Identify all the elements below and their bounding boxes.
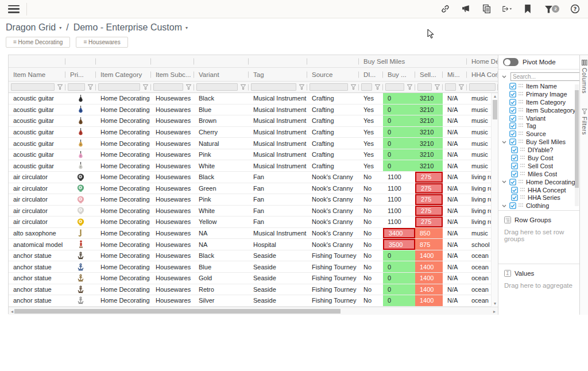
drag-grip-icon[interactable] bbox=[519, 116, 524, 121]
drag-grip-icon[interactable] bbox=[519, 180, 524, 184]
column-header-category[interactable]: Item Category bbox=[96, 68, 151, 81]
column-header-image[interactable]: Pri... bbox=[65, 68, 96, 81]
copy-icon[interactable] bbox=[481, 4, 492, 14]
checkbox-checked[interactable] bbox=[511, 163, 518, 169]
filter-input-miles[interactable] bbox=[445, 83, 456, 91]
drag-grip-icon[interactable] bbox=[520, 156, 525, 160]
column-tree-item-item-subcategory[interactable]: Item Subcategory bbox=[498, 106, 579, 114]
filter-input-source[interactable] bbox=[310, 83, 348, 91]
filter-funnel-icon[interactable] bbox=[185, 84, 192, 90]
filter-funnel-icon[interactable] bbox=[407, 84, 413, 90]
group-header-home-decorating[interactable]: Home Deco bbox=[467, 55, 498, 67]
drag-grip-icon[interactable] bbox=[519, 84, 524, 88]
filter-funnel-icon[interactable] bbox=[458, 84, 465, 90]
filter-funnel-icon[interactable] bbox=[240, 84, 246, 90]
checkbox-checked[interactable] bbox=[511, 171, 518, 177]
column-tree-item-diyable-[interactable]: DIYable? bbox=[498, 146, 579, 154]
drag-grip-icon[interactable] bbox=[519, 92, 524, 96]
drag-grip-icon[interactable] bbox=[520, 164, 525, 168]
filter-chip-housewares[interactable]: = Housewares bbox=[76, 37, 127, 48]
drag-grip-icon[interactable] bbox=[519, 108, 524, 113]
table-row[interactable]: acoustic guitarHome DecoratingHousewares… bbox=[9, 105, 498, 116]
vertical-scroll-thumb[interactable] bbox=[493, 100, 497, 119]
column-header-source[interactable]: Source bbox=[307, 68, 359, 81]
filter-funnel-icon[interactable] bbox=[142, 84, 149, 90]
column-tree-item-primary-image[interactable]: Primary Image bbox=[498, 90, 579, 98]
checkbox-checked[interactable] bbox=[509, 107, 516, 114]
help-icon[interactable]: ? bbox=[570, 4, 580, 14]
table-row[interactable]: anchor statueHome DecoratingHousewaresSi… bbox=[9, 295, 498, 307]
column-tree-item-variant[interactable]: Variant bbox=[498, 114, 579, 122]
link-icon[interactable] bbox=[440, 4, 450, 14]
scroll-right-arrow[interactable]: ▸ bbox=[491, 309, 498, 314]
checkbox-checked[interactable] bbox=[509, 138, 516, 145]
filter-input-name[interactable] bbox=[11, 83, 55, 91]
table-row[interactable]: air circulatorHome DecoratingHousewaresW… bbox=[9, 206, 498, 217]
column-header-miles[interactable]: Mi... bbox=[443, 68, 467, 81]
table-row[interactable]: acoustic guitarHome DecoratingHousewares… bbox=[9, 138, 498, 149]
column-header-name[interactable]: Item Name bbox=[9, 68, 65, 81]
tree-scrollbar[interactable] bbox=[575, 84, 579, 206]
column-tree-item-sell-cost[interactable]: Sell Cost bbox=[498, 162, 579, 170]
column-tree-item-hha-series[interactable]: HHA Series bbox=[498, 194, 579, 202]
column-header-hha[interactable]: HHA Con... bbox=[467, 68, 498, 81]
filter-input-buy[interactable] bbox=[385, 83, 404, 91]
column-search-input[interactable] bbox=[510, 72, 588, 81]
group-chevron-icon[interactable] bbox=[501, 204, 507, 207]
table-row[interactable]: anchor statueHome DecoratingHousewaresGo… bbox=[9, 273, 498, 284]
column-tree-item-miles-cost[interactable]: Miles Cost bbox=[498, 170, 579, 178]
expand-collapse-all-icon[interactable] bbox=[501, 75, 507, 78]
filter-input-hha[interactable] bbox=[469, 83, 496, 91]
table-row[interactable]: anchor statueHome DecoratingHousewaresBl… bbox=[9, 250, 498, 262]
table-row[interactable]: air circulatorHome DecoratingHousewaresG… bbox=[9, 183, 498, 195]
column-header-buy[interactable]: Buy ... bbox=[383, 68, 415, 81]
checkbox-checked[interactable] bbox=[511, 146, 518, 153]
checkbox-checked[interactable] bbox=[509, 99, 516, 106]
checkbox-checked[interactable] bbox=[509, 115, 516, 122]
drag-grip-icon[interactable] bbox=[520, 172, 525, 176]
checkbox-checked[interactable] bbox=[509, 91, 516, 98]
column-tree-item-buy-sell-miles[interactable]: Buy Sell Miles bbox=[498, 138, 579, 146]
horizontal-scrollbar[interactable]: ◂ ▸ bbox=[9, 307, 498, 315]
drag-grip-icon[interactable] bbox=[520, 148, 525, 152]
scroll-up-arrow[interactable]: ▴ bbox=[492, 94, 498, 99]
drag-grip-icon[interactable] bbox=[519, 132, 524, 136]
filter-funnel-icon[interactable] bbox=[57, 84, 63, 90]
checkbox-checked[interactable] bbox=[509, 83, 516, 90]
drag-grip-icon[interactable] bbox=[520, 195, 525, 200]
grid-name-dropdown[interactable]: Dragon Grid ▾ bbox=[6, 22, 61, 33]
export-icon[interactable] bbox=[502, 4, 512, 14]
group-header-buy-sell-miles[interactable]: Buy Sell Miles bbox=[359, 55, 467, 67]
table-row[interactable]: acoustic guitarHome DecoratingHousewares… bbox=[9, 127, 498, 138]
checkbox-checked[interactable] bbox=[511, 194, 518, 201]
column-tree-item-buy-cost[interactable]: Buy Cost bbox=[498, 154, 579, 162]
table-row[interactable]: air circulatorHome DecoratingHousewaresB… bbox=[9, 172, 498, 183]
megaphone-icon[interactable] bbox=[461, 4, 471, 14]
horizontal-scroll-thumb[interactable] bbox=[14, 309, 341, 314]
drag-grip-icon[interactable] bbox=[519, 100, 524, 105]
checkbox-checked[interactable] bbox=[511, 154, 518, 161]
table-row[interactable]: acoustic guitarHome DecoratingHousewares… bbox=[9, 149, 498, 161]
column-header-tag[interactable]: Tag bbox=[249, 68, 307, 81]
tab-columns[interactable]: Columns bbox=[581, 60, 588, 94]
column-tree-item-clothing[interactable]: Clothing bbox=[498, 202, 579, 210]
table-row[interactable]: acoustic guitarHome DecoratingHousewares… bbox=[9, 93, 498, 105]
group-chevron-icon[interactable] bbox=[501, 180, 507, 183]
filter-funnel-icon[interactable] bbox=[350, 84, 357, 90]
checkbox-checked[interactable] bbox=[509, 179, 516, 186]
checkbox-checked[interactable] bbox=[511, 187, 518, 194]
filter-chip-home-decorating[interactable]: = Home Decorating bbox=[6, 37, 70, 48]
values-dropzone[interactable]: Σ Values Drag here to aggregate bbox=[498, 264, 579, 316]
vertical-scrollbar[interactable]: ▴ ▾ bbox=[491, 93, 498, 307]
pivot-mode-toggle[interactable] bbox=[503, 58, 519, 66]
filter-input-diy[interactable] bbox=[361, 83, 372, 91]
view-name-dropdown[interactable]: Demo - Enterprise Custom ▾ bbox=[74, 22, 188, 33]
table-row[interactable]: anchor statueHome DecoratingHousewaresBl… bbox=[9, 261, 498, 273]
bookmark-icon[interactable] bbox=[523, 4, 533, 14]
filter-input-subcategory[interactable] bbox=[153, 83, 183, 91]
filter-input-variant[interactable] bbox=[196, 83, 238, 91]
table-row[interactable]: acoustic guitarHome DecoratingHousewares… bbox=[9, 115, 498, 127]
column-tree-item-item-name[interactable]: Item Name bbox=[498, 82, 579, 90]
filter-input-image[interactable] bbox=[68, 83, 85, 91]
filter-input-sell[interactable] bbox=[417, 83, 432, 91]
